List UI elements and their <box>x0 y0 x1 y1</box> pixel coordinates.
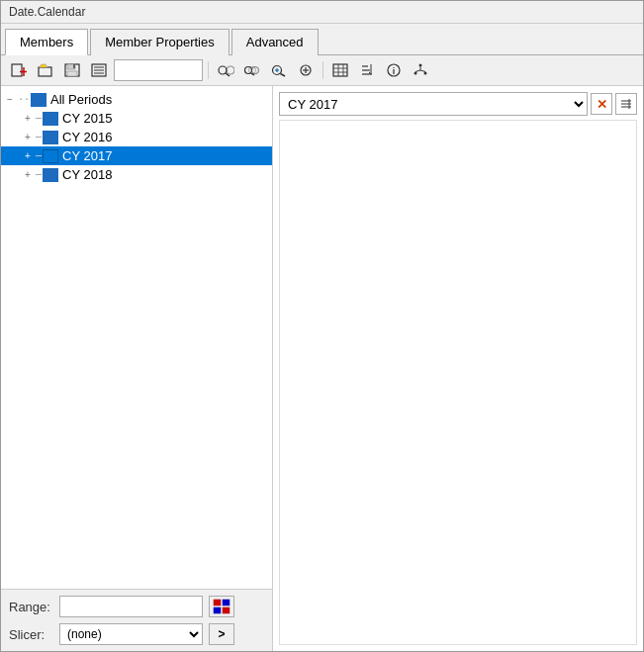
tree-item-all-periods[interactable]: − ·· All Periods <box>1 90 272 109</box>
search2-button[interactable] <box>240 59 264 81</box>
tree-item-cy2016[interactable]: + ─ CY 2016 <box>1 128 272 146</box>
icon-cy2017 <box>43 149 58 163</box>
bottom-bar: Range: Slicer: (none) <box>1 589 272 651</box>
grid-button[interactable] <box>328 59 352 81</box>
open-button[interactable] <box>34 59 57 81</box>
slicer-go-button[interactable]: > <box>209 623 234 645</box>
connector-cy2018: ─ <box>36 169 42 180</box>
right-panel: CY 2017 ✕ <box>273 86 643 651</box>
tab-advanced[interactable]: Advanced <box>231 29 319 55</box>
filter-row: CY 2017 ✕ <box>277 90 639 118</box>
svg-point-12 <box>219 66 227 74</box>
slicer-label: Slicer: <box>9 627 53 642</box>
filter-clear-button[interactable]: ✕ <box>591 93 612 115</box>
save-button[interactable] <box>60 59 84 81</box>
range-row: Range: <box>9 596 264 617</box>
svg-rect-26 <box>333 64 347 76</box>
svg-line-41 <box>420 70 425 72</box>
info-button[interactable]: i <box>382 59 406 81</box>
slicer-select[interactable]: (none) <box>59 623 203 645</box>
connector-cy2017: ─ <box>36 150 42 161</box>
range-icon-button[interactable] <box>209 596 234 617</box>
window-title: Date.Calendar <box>9 5 85 19</box>
svg-point-37 <box>414 72 417 75</box>
search1-button[interactable] <box>214 59 237 81</box>
connector-cy2015: ─ <box>36 113 42 124</box>
tab-members[interactable]: Members <box>5 29 88 55</box>
icon-cy2015 <box>43 112 58 126</box>
expand-cy2018[interactable]: + <box>21 168 35 182</box>
tree-item-cy2017[interactable]: + ─ CY 2017 <box>1 146 272 165</box>
main-window: Date.Calendar Members Member Properties … <box>0 0 644 652</box>
search-input[interactable] <box>114 59 203 81</box>
clear-icon: ✕ <box>597 97 607 112</box>
svg-point-14 <box>227 66 234 74</box>
svg-point-38 <box>424 72 427 75</box>
toolbar: i <box>1 55 643 86</box>
svg-rect-44 <box>214 607 221 613</box>
svg-rect-3 <box>39 67 51 76</box>
zoom-button[interactable] <box>294 59 318 81</box>
filter-select[interactable]: CY 2017 <box>279 92 588 116</box>
tab-bar: Members Member Properties Advanced <box>1 24 643 55</box>
filter-edit-button[interactable] <box>615 93 637 115</box>
list-button[interactable] <box>87 59 111 81</box>
range-label: Range: <box>9 600 53 614</box>
label-cy2017: CY 2017 <box>62 148 112 163</box>
separator-2 <box>322 61 323 79</box>
tree-item-cy2018[interactable]: + ─ CY 2018 <box>1 165 272 184</box>
svg-rect-42 <box>214 600 221 605</box>
svg-line-20 <box>281 74 286 77</box>
svg-rect-7 <box>67 71 77 76</box>
sort-button[interactable] <box>355 59 379 81</box>
expand-all-periods[interactable]: − <box>3 93 17 107</box>
slicer-row: Slicer: (none) > <box>9 623 264 645</box>
icon-cy2018 <box>43 168 58 182</box>
svg-rect-45 <box>223 607 230 613</box>
title-bar: Date.Calendar <box>1 1 643 24</box>
tab-member-properties[interactable]: Member Properties <box>90 29 230 55</box>
expand-cy2015[interactable]: + <box>21 112 35 126</box>
svg-point-36 <box>419 64 422 67</box>
separator-1 <box>208 61 209 79</box>
search3-button[interactable] <box>267 59 291 81</box>
expand-cy2017[interactable]: + <box>21 149 35 163</box>
new-button[interactable] <box>7 59 31 81</box>
tree-item-cy2015[interactable]: + ─ CY 2015 <box>1 109 272 128</box>
label-cy2018: CY 2018 <box>62 167 112 182</box>
label-cy2016: CY 2016 <box>62 130 112 144</box>
tree-button[interactable] <box>409 59 432 81</box>
label-cy2015: CY 2015 <box>62 111 112 126</box>
main-content: − ·· All Periods + ─ CY 2015 + ─ <box>1 86 643 651</box>
svg-rect-0 <box>12 64 22 76</box>
filter-content-area <box>279 120 637 645</box>
svg-line-40 <box>415 70 420 72</box>
expand-cy2016[interactable]: + <box>21 131 35 144</box>
icon-cy2016 <box>43 131 58 144</box>
svg-text:i: i <box>393 66 396 76</box>
icon-all-periods <box>31 93 46 107</box>
connector-all: ·· <box>18 94 30 105</box>
label-all-periods: All Periods <box>50 92 112 107</box>
range-input[interactable] <box>59 596 203 617</box>
svg-rect-43 <box>223 600 230 605</box>
connector-cy2016: ─ <box>36 132 42 142</box>
svg-rect-6 <box>73 64 75 68</box>
tree-area[interactable]: − ·· All Periods + ─ CY 2015 + ─ <box>1 86 272 589</box>
left-panel: − ·· All Periods + ─ CY 2015 + ─ <box>1 86 273 651</box>
